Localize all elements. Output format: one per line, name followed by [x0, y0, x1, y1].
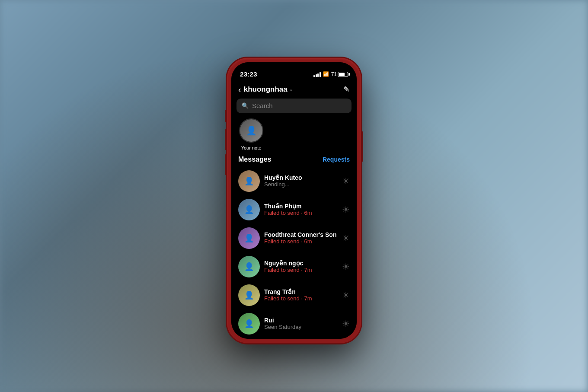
camera-icon[interactable]: ☀	[342, 176, 350, 186]
scene: 23:23 📶 71	[0, 0, 588, 392]
msg-name: Trang Trần	[264, 288, 338, 295]
camera-icon[interactable]: ☀	[342, 261, 350, 272]
msg-info: Foodthreat Conner's Son Failed to send ·…	[264, 231, 338, 245]
list-item[interactable]: 👤 Trang Trần Failed to send · 7m ☀	[238, 281, 350, 309]
msg-name: Huyền Kuteo	[264, 174, 338, 181]
wifi-icon: 📶	[323, 71, 329, 77]
username-row[interactable]: khuongnhaa ⌄	[244, 85, 293, 94]
username-text: khuongnhaa	[244, 85, 288, 94]
note-bubble: Note... 👤	[239, 118, 263, 143]
volume-down-button	[225, 154, 227, 175]
phone-screen: 23:23 📶 71	[231, 62, 357, 339]
msg-preview: Seen Saturday	[264, 324, 338, 330]
camera-icon[interactable]: ☀	[342, 290, 350, 300]
phone-device: 23:23 📶 71	[227, 58, 361, 343]
camera-icon[interactable]: ☀	[342, 233, 350, 243]
compose-button[interactable]: ✎	[343, 85, 350, 94]
note-item[interactable]: Note... 👤 Your note	[238, 118, 264, 150]
avatar: 👤	[238, 199, 260, 220]
msg-preview: Sending...	[264, 181, 338, 188]
messages-section: Messages Requests 👤 Huyền Kuteo Sending.…	[231, 156, 357, 339]
msg-preview: Failed to send · 7m	[264, 267, 338, 273]
avatar: 👤	[238, 170, 260, 192]
search-bar[interactable]: 🔍 Search	[236, 99, 352, 113]
chevron-down-icon: ⌄	[289, 87, 293, 92]
notch	[268, 62, 320, 74]
msg-info: Nguyễn ngọc Failed to send · 7m	[264, 260, 338, 273]
volume-up-button	[225, 129, 227, 150]
list-item[interactable]: 👤 Rui Seen Saturday ☀	[238, 309, 350, 338]
note-avatar: 👤	[239, 118, 263, 143]
battery: 71	[331, 71, 348, 77]
header-left: ‹ khuongnhaa ⌄	[238, 85, 293, 94]
avatar: 👤	[238, 284, 260, 306]
msg-info: Thuần Phụm Failed to send · 6m	[264, 203, 338, 216]
messages-title: Messages	[238, 156, 272, 163]
battery-fill	[339, 73, 345, 76]
note-label: Your note	[241, 145, 262, 150]
msg-preview: Failed to send · 6m	[264, 210, 338, 216]
status-time: 23:23	[240, 70, 257, 78]
battery-icon	[338, 72, 348, 77]
search-icon: 🔍	[242, 102, 249, 109]
back-button[interactable]: ‹	[238, 85, 241, 94]
msg-name: Foodthreat Conner's Son	[264, 231, 338, 238]
msg-name: Thuần Phụm	[264, 203, 338, 210]
search-placeholder: Search	[252, 102, 273, 109]
avatar: 👤	[238, 227, 260, 249]
msg-preview: Failed to send · 6m	[264, 238, 338, 245]
camera-icon[interactable]: ☀	[342, 204, 350, 215]
avatar: 👤	[238, 256, 260, 277]
app-content[interactable]: ‹ khuongnhaa ⌄ ✎ 🔍 Search	[231, 81, 357, 339]
msg-name: Rui	[264, 317, 338, 324]
app-header: ‹ khuongnhaa ⌄ ✎	[231, 81, 357, 99]
message-list: 👤 Huyền Kuteo Sending... ☀ 👤 Thuần Ph	[238, 167, 350, 339]
avatar: 👤	[238, 313, 260, 335]
msg-name: Nguyễn ngọc	[264, 260, 338, 267]
power-button	[361, 131, 363, 162]
requests-button[interactable]: Requests	[323, 156, 350, 163]
list-item[interactable]: 👤 Huyền Kuteo Sending... ☀	[238, 167, 350, 195]
status-icons: 📶 71	[313, 71, 348, 77]
list-item[interactable]: KP Khung phan Seen ☀	[238, 338, 350, 339]
list-item[interactable]: 👤 Thuần Phụm Failed to send · 6m ☀	[238, 195, 350, 224]
messages-header: Messages Requests	[238, 156, 350, 163]
list-item[interactable]: 👤 Nguyễn ngọc Failed to send · 7m ☀	[238, 252, 350, 281]
msg-info: Rui Seen Saturday	[264, 317, 338, 330]
msg-info: Huyền Kuteo Sending...	[264, 174, 338, 188]
list-item[interactable]: 👤 Foodthreat Conner's Son Failed to send…	[238, 224, 350, 252]
avatar-placeholder: 👤	[240, 119, 262, 142]
notes-section: Note... 👤 Your note	[231, 118, 357, 156]
msg-info: Trang Trần Failed to send · 7m	[264, 288, 338, 302]
mute-button	[225, 110, 227, 122]
camera-icon[interactable]: ☀	[342, 319, 350, 329]
battery-percent: 71	[331, 71, 337, 77]
msg-preview: Failed to send · 7m	[264, 295, 338, 302]
